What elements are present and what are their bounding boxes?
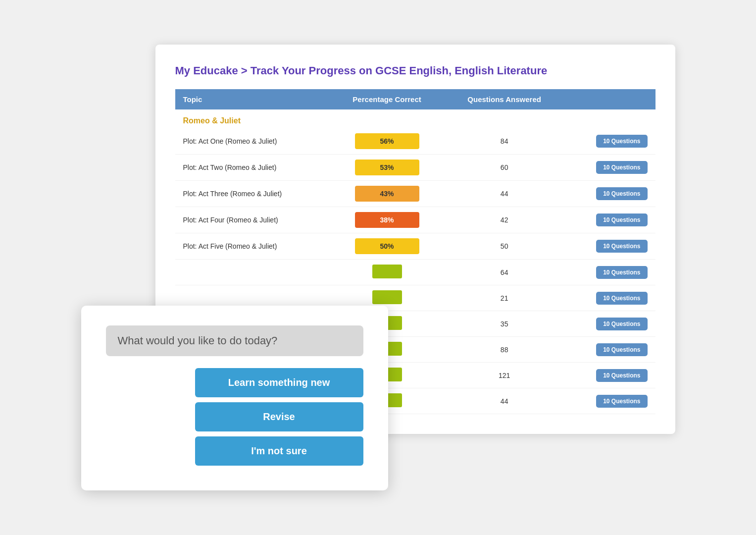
topic-cell: Plot: Act Three (Romeo & Juliet)	[175, 181, 330, 207]
topic-cell	[175, 260, 330, 285]
bar-cell: 38%	[330, 207, 444, 233]
col-topic: Topic	[175, 89, 330, 109]
dialog-button-1[interactable]: Revise	[195, 402, 363, 431]
dialog-buttons: Learn something newReviseI'm not sure	[106, 368, 363, 466]
dialog-button-0[interactable]: Learn something new	[195, 368, 363, 397]
answered-cell: 42	[444, 207, 565, 233]
answered-cell: 88	[444, 337, 565, 363]
col-action	[565, 89, 655, 109]
answered-cell: 121	[444, 363, 565, 388]
col-answered: Questions Answered	[444, 89, 565, 109]
bar-cell: 50%	[330, 233, 444, 260]
topic-cell: Plot: Act Two (Romeo & Juliet)	[175, 155, 330, 181]
questions-button[interactable]: 10 Questions	[596, 292, 647, 305]
table-row: Plot: Act Five (Romeo & Juliet)50%5010 Q…	[175, 233, 655, 260]
bar-cell: 43%	[330, 181, 444, 207]
answered-cell: 44	[444, 388, 565, 414]
breadcrumb: My Educake > Track Your Progress on GCSE…	[175, 64, 655, 77]
questions-button[interactable]: 10 Questions	[596, 214, 647, 226]
questions-button[interactable]: 10 Questions	[596, 343, 647, 356]
col-percent: Percentage Correct	[330, 89, 444, 109]
answered-cell: 21	[444, 285, 565, 311]
answered-cell: 50	[444, 233, 565, 260]
table-row: 6410 Questions	[175, 260, 655, 285]
dialog-button-2[interactable]: I'm not sure	[195, 436, 363, 466]
dialog-card: What would you like to do today? Learn s…	[81, 306, 388, 490]
questions-button[interactable]: 10 Questions	[596, 369, 647, 382]
questions-button[interactable]: 10 Questions	[596, 395, 647, 408]
answered-cell: 84	[444, 128, 565, 155]
bar-cell	[330, 260, 444, 285]
bar-cell: 53%	[330, 155, 444, 181]
topic-cell: Plot: Act One (Romeo & Juliet)	[175, 128, 330, 155]
questions-button[interactable]: 10 Questions	[596, 161, 647, 174]
answered-cell: 64	[444, 260, 565, 285]
answered-cell: 60	[444, 155, 565, 181]
topic-cell: Plot: Act Five (Romeo & Juliet)	[175, 233, 330, 260]
section-label: Romeo & Juliet	[175, 109, 655, 128]
questions-button[interactable]: 10 Questions	[596, 266, 647, 279]
questions-button[interactable]: 10 Questions	[596, 135, 647, 148]
table-row: Plot: Act Three (Romeo & Juliet)43%4410 …	[175, 181, 655, 207]
dialog-prompt: What would you like to do today?	[106, 325, 363, 356]
questions-button[interactable]: 10 Questions	[596, 187, 647, 200]
table-row: Plot: Act One (Romeo & Juliet)56%8410 Qu…	[175, 128, 655, 155]
topic-cell: Plot: Act Four (Romeo & Juliet)	[175, 207, 330, 233]
questions-button[interactable]: 10 Questions	[596, 318, 647, 330]
answered-cell: 44	[444, 181, 565, 207]
questions-button[interactable]: 10 Questions	[596, 240, 647, 253]
bar-cell: 56%	[330, 128, 444, 155]
answered-cell: 35	[444, 311, 565, 337]
table-row: Plot: Act Two (Romeo & Juliet)53%6010 Qu…	[175, 155, 655, 181]
table-row: Plot: Act Four (Romeo & Juliet)38%4210 Q…	[175, 207, 655, 233]
